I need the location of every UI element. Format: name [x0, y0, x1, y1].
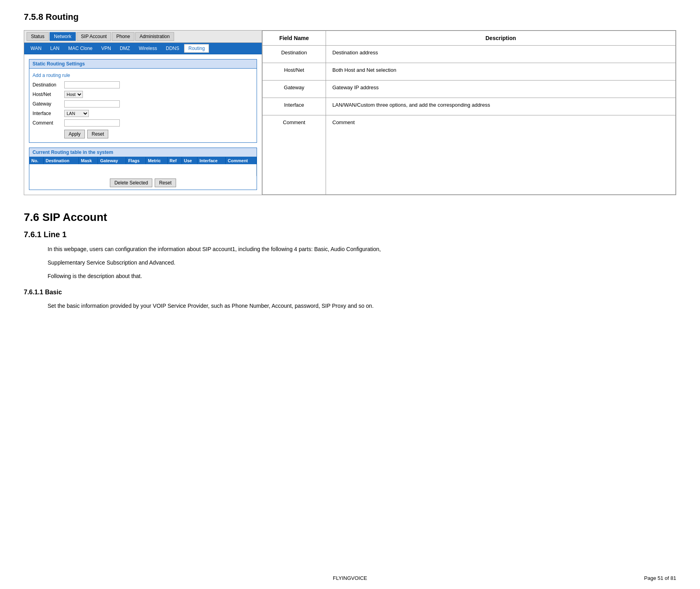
section-76: 7.6 SIP Account 7.6.1 Line 1 In this web…: [24, 211, 676, 311]
select-interface[interactable]: LAN WAN Custom: [64, 110, 89, 117]
nav-administration[interactable]: Administration: [135, 32, 174, 41]
select-hostnet[interactable]: Host Net: [64, 91, 83, 98]
static-routing-buttons: Apply Reset: [33, 130, 253, 138]
col-flags: Flags: [126, 157, 146, 164]
sub-mac-clone[interactable]: MAC Clone: [64, 44, 96, 52]
field-interface: Interface: [263, 98, 326, 115]
desc-destination: Destination address: [326, 46, 676, 63]
desc-gateway: Gateway IP address: [326, 81, 676, 98]
routing-reset-button[interactable]: Reset: [155, 178, 176, 187]
static-routing-title: Static Routing Settings: [29, 59, 257, 69]
router-nav-sub: WAN LAN MAC Clone VPN DMZ Wireless DDNS …: [24, 43, 262, 54]
table-row-empty: [29, 164, 257, 176]
body-text-3: Following is the description about that.: [48, 272, 676, 281]
col-destination: Destination: [43, 157, 79, 164]
footer-page: Page 51 of 81: [644, 575, 676, 581]
form-row-gateway: Gateway: [33, 100, 253, 107]
field-destination: Destination: [263, 46, 326, 63]
heading-7611: 7.6.1.1 Basic: [24, 289, 676, 296]
description-table-wrap: Field Name Description Destination Desti…: [262, 31, 676, 195]
sub-routing[interactable]: Routing: [184, 44, 209, 53]
desc-interface: LAN/WAN/Custom three options, and add th…: [326, 98, 676, 115]
router-nav-top: Status Network SIP Account Phone Adminis…: [24, 31, 262, 43]
form-row-hostnet: Host/Net Host Net: [33, 91, 253, 98]
label-gateway: Gateway: [33, 101, 64, 107]
static-routing-box: Static Routing Settings Add a routing ru…: [29, 59, 257, 143]
sub-dmz[interactable]: DMZ: [116, 44, 134, 52]
sub-vpn[interactable]: VPN: [97, 44, 115, 52]
footer-brand: FLYINGVOICE: [333, 575, 367, 581]
router-body: Static Routing Settings Add a routing ru…: [24, 54, 262, 195]
label-hostnet: Host/Net: [33, 92, 64, 97]
nav-status[interactable]: Status: [27, 32, 49, 41]
col-interface: Interface: [197, 157, 225, 164]
col-gateway: Gateway: [98, 157, 126, 164]
col-use: Use: [182, 157, 197, 164]
sub-wan[interactable]: WAN: [27, 44, 46, 52]
heading-76: 7.6 SIP Account: [24, 211, 676, 224]
field-comment: Comment: [263, 115, 326, 195]
desc-header-description: Description: [326, 31, 676, 46]
sub-lan[interactable]: LAN: [46, 44, 63, 52]
col-no: No.: [29, 157, 43, 164]
static-routing-body: Add a routing rule Destination Host/Net …: [29, 69, 257, 142]
input-destination[interactable]: [64, 81, 120, 88]
reset-button[interactable]: Reset: [87, 130, 108, 138]
input-comment[interactable]: [64, 119, 120, 127]
table-row: Host/Net Both Host and Net selection: [263, 63, 676, 81]
nav-sip-account[interactable]: SIP Account: [77, 32, 111, 41]
label-destination: Destination: [33, 82, 64, 88]
desc-header-field: Field Name: [263, 31, 326, 46]
section-758-heading: 7.5.8 Routing: [24, 12, 676, 22]
desc-hostnet: Both Host and Net selection: [326, 63, 676, 81]
field-hostnet: Host/Net: [263, 63, 326, 81]
table-row: Comment Comment: [263, 115, 676, 195]
body-text-1: In this webpage, users can configuration…: [48, 245, 676, 254]
table-row: Interface LAN/WAN/Custom three options, …: [263, 98, 676, 115]
col-metric: Metric: [146, 157, 168, 164]
router-ui-panel: Status Network SIP Account Phone Adminis…: [24, 31, 262, 195]
col-ref: Ref: [167, 157, 182, 164]
col-mask: Mask: [79, 157, 98, 164]
form-row-comment: Comment: [33, 119, 253, 127]
body-text-basic: Set the basic information provided by yo…: [48, 301, 676, 311]
content-row: Status Network SIP Account Phone Adminis…: [24, 30, 676, 195]
desc-table: Field Name Description Destination Desti…: [262, 31, 676, 195]
body-text-2: Supplementary Service Subscription and A…: [48, 258, 676, 268]
routing-table-title: Current Routing table in the system: [29, 148, 257, 157]
routing-table-section: Current Routing table in the system No. …: [29, 148, 257, 190]
nav-phone[interactable]: Phone: [112, 32, 134, 41]
desc-comment: Comment: [326, 115, 676, 195]
label-comment: Comment: [33, 120, 64, 126]
table-row: Destination Destination address: [263, 46, 676, 63]
field-gateway: Gateway: [263, 81, 326, 98]
table-row: Gateway Gateway IP address: [263, 81, 676, 98]
sub-ddns[interactable]: DDNS: [162, 44, 183, 52]
add-routing-rule-link[interactable]: Add a routing rule: [33, 73, 253, 78]
routing-table: No. Destination Mask Gateway Flags Metri…: [29, 157, 257, 176]
sub-wireless[interactable]: Wireless: [135, 44, 161, 52]
input-gateway[interactable]: [64, 100, 120, 107]
table-buttons: Delete Selected Reset: [29, 176, 257, 190]
col-comment: Comment: [226, 157, 257, 164]
form-row-destination: Destination: [33, 81, 253, 88]
heading-761: 7.6.1 Line 1: [24, 230, 676, 239]
form-row-interface: Interface LAN WAN Custom: [33, 110, 253, 117]
nav-network[interactable]: Network: [50, 32, 76, 41]
apply-button[interactable]: Apply: [64, 130, 85, 138]
delete-selected-button[interactable]: Delete Selected: [110, 178, 152, 187]
page-footer: FLYINGVOICE Page 51 of 81: [0, 575, 700, 581]
label-interface: Interface: [33, 111, 64, 116]
